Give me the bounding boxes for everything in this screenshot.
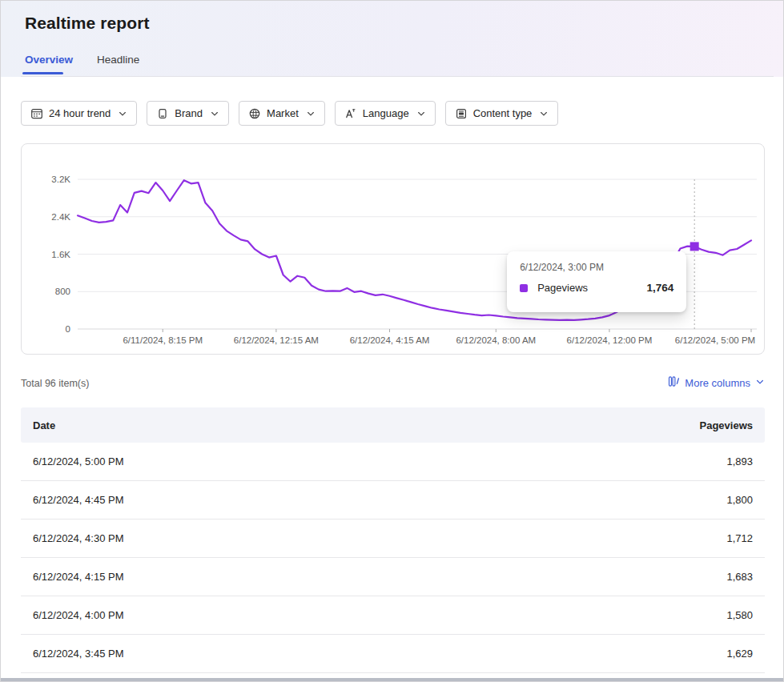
- filter-label: 24 hour trend: [49, 107, 111, 119]
- table-row: 6/12/2024, 5:00 PM1,893: [21, 443, 765, 481]
- total-items-text: Total 96 item(s): [21, 378, 89, 389]
- svg-text:6/12/2024, 5:00 PM: 6/12/2024, 5:00 PM: [675, 335, 755, 345]
- filter-language[interactable]: Language: [335, 101, 436, 126]
- tooltip-series-label: Pageviews: [537, 282, 588, 294]
- row-date: 6/12/2024, 4:30 PM: [33, 532, 123, 544]
- more-columns-label: More columns: [685, 377, 750, 389]
- translate-icon: [344, 107, 357, 120]
- svg-text:3.2K: 3.2K: [51, 175, 70, 184]
- filter-label: Market: [267, 107, 299, 119]
- pageviews-chart[interactable]: 08001.6K2.4K3.2K6/11/2024, 8:15 PM6/12/2…: [22, 144, 764, 354]
- chevron-down-icon: [539, 109, 549, 118]
- chart-tooltip: 6/12/2024, 3:00 PM Pageviews 1,764: [507, 251, 686, 312]
- row-date: 6/12/2024, 3:45 PM: [33, 648, 123, 660]
- row-pageviews: 1,800: [726, 494, 753, 506]
- filter-label: Language: [363, 107, 409, 119]
- header-divider: [21, 76, 774, 77]
- realtime-report-page: Realtime report Overview Headline 24 hou…: [0, 0, 784, 682]
- tooltip-series-row: Pageviews 1,764: [520, 282, 673, 294]
- pageviews-swatch-icon: [520, 284, 528, 292]
- svg-text:6/12/2024, 12:00 PM: 6/12/2024, 12:00 PM: [567, 335, 653, 345]
- column-header-date: Date: [33, 419, 55, 431]
- page-header: Realtime report Overview Headline: [1, 1, 783, 77]
- svg-text:6/12/2024, 4:15 AM: 6/12/2024, 4:15 AM: [350, 335, 430, 345]
- svg-text:6/11/2024, 8:15 PM: 6/11/2024, 8:15 PM: [123, 335, 203, 345]
- column-header-pageviews: Pageviews: [700, 419, 754, 431]
- filter-content-type[interactable]: Content type: [445, 101, 559, 126]
- chevron-down-icon: [755, 377, 765, 389]
- row-pageviews: 1,629: [726, 648, 753, 660]
- table-body: 6/12/2024, 5:00 PM1,8936/12/2024, 4:45 P…: [21, 443, 765, 673]
- row-date: 6/12/2024, 5:00 PM: [33, 455, 123, 467]
- tooltip-timestamp: 6/12/2024, 3:00 PM: [520, 262, 673, 273]
- tab-headline[interactable]: Headline: [97, 54, 139, 75]
- row-pageviews: 1,893: [726, 455, 753, 467]
- filter-24-hour-trend[interactable]: 24 hour trend: [21, 101, 137, 126]
- pageviews-chart-card: 08001.6K2.4K3.2K6/11/2024, 8:15 PM6/12/2…: [21, 143, 765, 355]
- svg-text:6/12/2024, 8:00 AM: 6/12/2024, 8:00 AM: [456, 335, 536, 345]
- chevron-down-icon: [306, 109, 316, 118]
- svg-text:800: 800: [55, 287, 70, 296]
- calendar-clock-icon: [30, 107, 43, 120]
- tooltip-value: 1,764: [646, 282, 673, 294]
- row-date: 6/12/2024, 4:15 PM: [33, 571, 123, 583]
- row-date: 6/12/2024, 4:45 PM: [33, 494, 123, 506]
- table-toolbar: Total 96 item(s) More columns: [21, 375, 765, 393]
- globe-icon: [248, 107, 261, 120]
- svg-text:1.6K: 1.6K: [51, 250, 70, 259]
- filter-label: Brand: [175, 107, 203, 119]
- table-row: 6/12/2024, 4:00 PM1,580: [21, 596, 765, 635]
- device-icon: [156, 107, 169, 120]
- row-pageviews: 1,683: [726, 571, 753, 583]
- page-title: Realtime report: [25, 14, 150, 33]
- chevron-down-icon: [210, 109, 219, 118]
- row-pageviews: 1,580: [726, 609, 753, 621]
- content-grid-icon: [455, 107, 468, 120]
- filter-market[interactable]: Market: [239, 101, 325, 126]
- chevron-down-icon: [118, 109, 127, 118]
- table-row: 6/12/2024, 4:30 PM1,712: [21, 520, 765, 558]
- svg-text:0: 0: [66, 324, 70, 334]
- table-row: 6/12/2024, 4:45 PM1,800: [21, 481, 765, 520]
- table-row: 6/12/2024, 3:45 PM1,629: [21, 635, 765, 673]
- filter-brand[interactable]: Brand: [147, 101, 229, 126]
- window-bottom-edge: [1, 678, 783, 681]
- column-edit-icon: [668, 375, 680, 390]
- active-tab-underline: [22, 72, 63, 74]
- svg-text:6/12/2024, 12:15 AM: 6/12/2024, 12:15 AM: [234, 335, 319, 345]
- svg-text:2.4K: 2.4K: [51, 212, 70, 222]
- chevron-down-icon: [416, 109, 426, 118]
- row-pageviews: 1,712: [726, 532, 753, 544]
- more-columns-button[interactable]: More columns: [668, 375, 765, 390]
- row-date: 6/12/2024, 4:00 PM: [33, 609, 123, 621]
- filter-bar: 24 hour trend Brand Market: [21, 101, 558, 126]
- filter-label: Content type: [473, 107, 533, 119]
- table-header-row: Date Pageviews: [21, 407, 765, 443]
- table-row: 6/12/2024, 4:15 PM1,683: [21, 558, 765, 596]
